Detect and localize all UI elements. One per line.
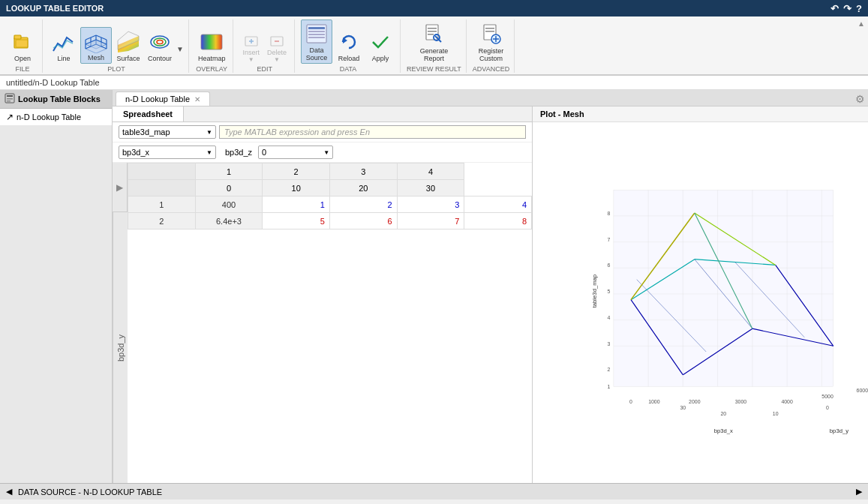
ribbon-group-file: Open FILE	[3, 20, 43, 73]
tab-settings-icon[interactable]: ⚙	[855, 93, 865, 105]
reload-icon	[337, 30, 361, 54]
insert-dropdown-arrow[interactable]: ▼	[248, 56, 254, 63]
plot-svg: table3d_map 8 7 6 5 4 3 2 1 bp3d_x	[533, 122, 868, 483]
heatmap-button[interactable]: Heatmap	[195, 28, 229, 64]
file-buttons: Open	[8, 20, 38, 64]
ribbon: Open FILE Line	[0, 16, 868, 76]
svg-text:6: 6	[607, 262, 610, 268]
svg-rect-30	[308, 27, 325, 29]
nav-right-icon[interactable]: ▶	[856, 487, 862, 496]
z-dropdown[interactable]: 0 ▼	[258, 146, 333, 159]
svg-rect-1	[14, 35, 21, 39]
mesh-button[interactable]: Mesh	[80, 27, 112, 64]
cell-1-2[interactable]: 2	[329, 196, 397, 213]
cell-2-3[interactable]: 7	[397, 213, 464, 230]
apply-button[interactable]: Apply	[365, 28, 395, 64]
register-custom-label: RegisterCustom	[479, 47, 504, 62]
cell-1-4[interactable]: 4	[464, 196, 532, 213]
insert-label: Insert	[242, 49, 260, 56]
spreadsheet-container: ▶ bp3d_y 1 2	[113, 163, 532, 483]
svg-text:5000: 5000	[821, 394, 833, 399]
col-header-1: 1	[195, 164, 263, 180]
row-num-1: 1	[128, 196, 196, 213]
ribbon-group-review: GenerateReport REVIEW RESULT	[402, 20, 467, 73]
surface-label: Surface	[116, 55, 140, 62]
spreadsheet-tab[interactable]: Spreadsheet	[113, 106, 184, 122]
contour-icon	[148, 30, 172, 54]
cell-1-1[interactable]: 1	[263, 196, 330, 213]
nd-lookup-label: n-D Lookup Table	[17, 112, 81, 122]
delete-icon	[269, 34, 284, 49]
status-label: DATA SOURCE - N-D LOOKUP TABLE	[18, 488, 162, 496]
svg-rect-32	[308, 34, 325, 35]
content-area: n-D Lookup Table ✕ ⚙ Spreadsheet table3d…	[113, 90, 868, 483]
open-label: Open	[14, 55, 31, 62]
edit-buttons: Insert ▼ Delete ▼	[239, 20, 290, 64]
nd-lookup-tab[interactable]: n-D Lookup Table ✕	[116, 92, 210, 106]
plot-title: Plot - Mesh	[540, 110, 584, 118]
file-group-label: FILE	[15, 65, 29, 73]
insert-button[interactable]: Insert ▼	[239, 33, 263, 64]
col-header-3: 3	[329, 164, 397, 180]
ribbon-collapse-btn[interactable]: ▲	[857, 20, 865, 28]
help-icon[interactable]: ?	[856, 3, 862, 14]
contour-button[interactable]: Contour	[145, 28, 175, 64]
generate-report-button[interactable]: GenerateReport	[417, 21, 452, 64]
nd-lookup-icon: ↗	[6, 112, 14, 122]
left-pane-tabs: Spreadsheet	[113, 106, 532, 122]
svg-rect-38	[428, 34, 434, 35]
plot-header: Plot - Mesh	[533, 106, 868, 122]
reload-button[interactable]: Reload	[334, 28, 364, 64]
redo-icon[interactable]: ↷	[843, 3, 851, 14]
data-source-button[interactable]: DataSource	[301, 20, 332, 64]
right-pane: Plot - Mesh	[533, 106, 868, 483]
row-num-2: 2	[128, 213, 196, 230]
svg-rect-36	[428, 28, 437, 29]
data-grid: 1 2 3 4 0 10 20 30	[128, 163, 532, 230]
tab-close-icon[interactable]: ✕	[194, 95, 200, 104]
undo-icon[interactable]: ↶	[830, 3, 839, 14]
svg-rect-49	[7, 100, 11, 102]
open-button[interactable]: Open	[8, 28, 38, 64]
col-header-2: 2	[263, 164, 330, 180]
cell-1-3[interactable]: 3	[397, 196, 464, 213]
contour-label: Contour	[148, 55, 172, 62]
status-bar: ◀ DATA SOURCE - N-D LOOKUP TABLE ▶	[0, 483, 868, 500]
svg-text:3000: 3000	[735, 399, 747, 404]
nd-lookup-tab-label: n-D Lookup Table	[125, 94, 190, 104]
svg-text:5: 5	[607, 289, 610, 294]
overlay-group-label: OVERLAY	[196, 65, 227, 73]
ribbon-group-data: DataSource Reload	[296, 20, 401, 73]
x-axis-dropdown[interactable]: bp3d_x ▼	[119, 146, 216, 159]
cell-2-2[interactable]: 6	[329, 213, 397, 230]
sidebar-header-label: Lookup Table Blocks	[18, 94, 101, 104]
expand-arrow[interactable]: ▶	[116, 182, 123, 193]
z-label: bp3d_z	[225, 148, 252, 157]
surface-button[interactable]: Surface	[113, 28, 143, 64]
reload-label: Reload	[338, 55, 360, 62]
register-custom-button[interactable]: RegisterCustom	[476, 21, 507, 64]
generate-report-icon	[422, 22, 446, 46]
plot-area: table3d_map 8 7 6 5 4 3 2 1 bp3d_x	[533, 122, 868, 483]
title-bar: LOOKUP TABLE EDITOR ↶ ↷ ?	[0, 0, 868, 16]
nav-left-icon[interactable]: ◀	[6, 487, 12, 496]
cell-2-4[interactable]: 8	[464, 213, 532, 230]
delete-button[interactable]: Delete ▼	[264, 33, 290, 64]
z-axis-label: table3d_map	[591, 274, 598, 308]
svg-rect-51	[614, 190, 833, 386]
cell-2-1[interactable]: 5	[263, 213, 330, 230]
delete-dropdown-arrow[interactable]: ▼	[274, 56, 280, 63]
expression-input[interactable]: Type MATLAB expression and press En	[219, 125, 526, 139]
table-dropdown[interactable]: table3d_map ▼	[119, 125, 216, 139]
line-button[interactable]: Line	[49, 28, 79, 64]
grid-wrapper: 1 2 3 4 0 10 20 30	[128, 163, 532, 483]
svg-text:1000: 1000	[648, 399, 660, 404]
plot-dropdown-arrow[interactable]: ▼	[176, 45, 184, 53]
main-layout: Lookup Table Blocks ↗ n-D Lookup Table n…	[0, 90, 868, 483]
sidebar-item-nd-lookup[interactable]: ↗ n-D Lookup Table	[0, 109, 112, 125]
data-group-label: DATA	[340, 65, 357, 73]
plot-group-label: PLOT	[107, 65, 125, 73]
mesh-label: Mesh	[88, 54, 104, 62]
svg-rect-37	[428, 31, 437, 32]
ribbon-group-advanced: RegisterCustom ADVANCED	[468, 20, 515, 73]
